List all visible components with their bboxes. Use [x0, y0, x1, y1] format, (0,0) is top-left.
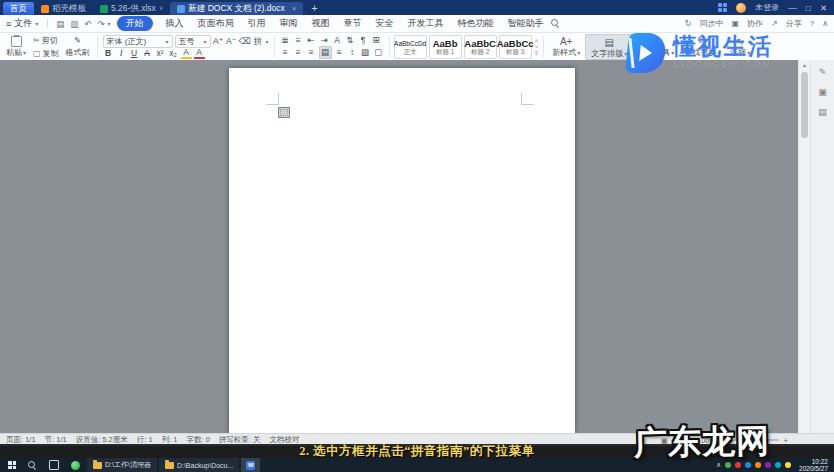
- font-name-value: 宋体 (正文): [107, 36, 147, 47]
- ribbon-tab-security[interactable]: 安全: [376, 17, 394, 30]
- user-avatar[interactable]: [736, 3, 746, 13]
- redo-icon[interactable]: ↷: [97, 19, 104, 29]
- styles-more-icon[interactable]: ≡: [535, 50, 539, 56]
- sort-icon[interactable]: ⇅: [345, 35, 356, 46]
- scrollbar-thumb[interactable]: [801, 72, 808, 138]
- ribbon-tab-developer[interactable]: 开发工具: [408, 17, 444, 30]
- highlight-color-button[interactable]: A: [181, 48, 192, 59]
- change-case-icon[interactable]: A: [332, 35, 343, 46]
- tab-excel-document[interactable]: 5.26-供.xlsx ∨: [93, 2, 170, 15]
- paragraph-mark-icon[interactable]: ¶: [358, 35, 369, 46]
- share-label[interactable]: 分享: [786, 18, 802, 29]
- tab-home[interactable]: 首页: [3, 2, 34, 15]
- line-spacing-icon[interactable]: ↕: [347, 47, 358, 58]
- chevron-down-icon[interactable]: ▾: [108, 20, 111, 27]
- superscript-button[interactable]: x²: [155, 48, 166, 59]
- side-edit-icon[interactable]: ✎: [819, 67, 827, 77]
- ribbon-tab-home-active[interactable]: 开始: [117, 16, 153, 31]
- new-tab-button[interactable]: +: [311, 2, 317, 14]
- save-icon[interactable]: ▤: [56, 19, 64, 29]
- undo-icon[interactable]: ↶: [84, 19, 91, 29]
- tray-app-icon[interactable]: [775, 462, 781, 468]
- shrink-font-button[interactable]: A⁻: [226, 36, 237, 47]
- shading-icon[interactable]: ▨: [360, 47, 371, 58]
- taskbar-folder-1[interactable]: D:\工作\清理器: [87, 458, 157, 472]
- vertical-scrollbar[interactable]: ▴: [798, 60, 810, 433]
- margin-crop-mark: [278, 93, 279, 105]
- ribbon-tab-assistant[interactable]: 智能助手: [508, 17, 544, 30]
- taskbar-clock[interactable]: 10:22 2020/5/27: [799, 458, 828, 472]
- task-view-button[interactable]: [44, 458, 64, 472]
- clear-format-button[interactable]: ⌫: [239, 36, 251, 47]
- character-border-icon[interactable]: ▢: [373, 47, 384, 58]
- print-icon[interactable]: ▥: [70, 19, 78, 29]
- ribbon-tab-section[interactable]: 章节: [344, 17, 362, 30]
- side-nav-icon[interactable]: ▣: [818, 87, 827, 97]
- ribbon-tab-view[interactable]: 视图: [312, 17, 330, 30]
- document-page[interactable]: [229, 68, 575, 433]
- minimize-button[interactable]: —: [788, 3, 797, 13]
- selected-character-box[interactable]: [278, 107, 290, 118]
- increase-indent-icon[interactable]: ⇥: [319, 35, 330, 46]
- bullet-list-icon[interactable]: ≣: [280, 35, 291, 46]
- chevron-down-icon[interactable]: ∨: [159, 2, 163, 15]
- format-painter-button[interactable]: ✎ 格式刷: [62, 34, 94, 60]
- underline-button[interactable]: U: [129, 48, 140, 59]
- tab-excel-label: 5.26-供.xlsx: [111, 2, 156, 15]
- user-login-label[interactable]: 未登录: [755, 2, 779, 13]
- close-button[interactable]: ✕: [820, 3, 827, 13]
- distribute-icon[interactable]: ≡: [334, 47, 345, 58]
- ribbon-tab-page-layout[interactable]: 页面布局: [198, 17, 234, 30]
- numbered-list-icon[interactable]: ≡: [293, 35, 304, 46]
- ribbon-tab-special-features[interactable]: 特色功能: [458, 17, 494, 30]
- format-painter-label: 格式刷: [66, 47, 90, 58]
- align-center-icon[interactable]: ≡: [293, 47, 304, 58]
- maximize-button[interactable]: □: [806, 3, 811, 13]
- style-heading3[interactable]: AaBbCc 标题 3: [499, 35, 532, 59]
- ribbon-tab-references[interactable]: 引用: [248, 17, 266, 30]
- scroll-up-icon[interactable]: ▴: [799, 60, 810, 70]
- file-menu-button[interactable]: ≡ 文件 ▾: [6, 17, 38, 30]
- font-color-button[interactable]: A: [194, 48, 205, 59]
- tray-app-icon[interactable]: [785, 462, 791, 468]
- side-read-icon[interactable]: ▤: [818, 107, 827, 117]
- tab-docer-templates[interactable]: 稻壳模板: [34, 2, 93, 15]
- new-style-button[interactable]: A+ 新样式▾: [547, 34, 585, 60]
- paste-button[interactable]: 粘贴▾: [2, 34, 30, 60]
- ribbon-tab-review[interactable]: 审阅: [280, 17, 298, 30]
- subscript-button[interactable]: x₂: [168, 48, 179, 59]
- taskbar-wps-app-active[interactable]: W: [241, 458, 260, 472]
- strikethrough-button[interactable]: A: [142, 48, 153, 59]
- justify-icon[interactable]: ▤: [319, 46, 332, 59]
- bold-button[interactable]: B: [103, 48, 114, 59]
- italic-button[interactable]: I: [116, 48, 127, 59]
- help-button[interactable]: ?: [810, 19, 814, 28]
- style-label: 标题 3: [506, 48, 524, 55]
- style-normal[interactable]: AaBbCcDd 正文: [394, 35, 427, 59]
- font-size-select[interactable]: 五号 ▾: [175, 35, 211, 48]
- apps-grid-icon[interactable]: [718, 3, 727, 12]
- collab-label[interactable]: 协作: [747, 18, 763, 29]
- style-heading1[interactable]: AaBb 标题 1: [429, 35, 462, 59]
- font-name-select[interactable]: 宋体 (正文) ▾: [103, 35, 173, 48]
- decrease-indent-icon[interactable]: ⇤: [306, 35, 317, 46]
- taskbar-search-button[interactable]: [23, 458, 42, 472]
- grow-font-button[interactable]: A⁺: [213, 36, 224, 47]
- cut-button[interactable]: ✂ 剪切: [33, 35, 59, 46]
- align-left-icon[interactable]: ≡: [280, 47, 291, 58]
- tab-close-icon[interactable]: ×: [292, 2, 297, 15]
- borders-icon[interactable]: ⊞: [371, 35, 382, 46]
- align-right-icon[interactable]: ≡: [306, 47, 317, 58]
- collapse-ribbon-button[interactable]: ∧: [822, 19, 828, 28]
- tab-word-document-active[interactable]: 新建 DOCX 文档 (2).docx ×: [170, 2, 303, 15]
- taskbar-app-browser[interactable]: [66, 458, 85, 472]
- copy-button[interactable]: ▢ 复制: [33, 48, 59, 59]
- pinyin-guide-dropdown-icon[interactable]: ▾: [266, 38, 269, 45]
- ribbon-tab-insert[interactable]: 插入: [166, 17, 184, 30]
- pinyin-guide-button[interactable]: 拼: [253, 36, 264, 47]
- start-button[interactable]: [3, 458, 21, 472]
- search-icon[interactable]: [551, 19, 560, 28]
- style-heading2[interactable]: AaBbC 标题 2: [464, 35, 497, 59]
- taskbar-folder-2[interactable]: D:\Backup\Docu...: [159, 458, 239, 472]
- sync-status-label[interactable]: 同步中: [699, 18, 723, 29]
